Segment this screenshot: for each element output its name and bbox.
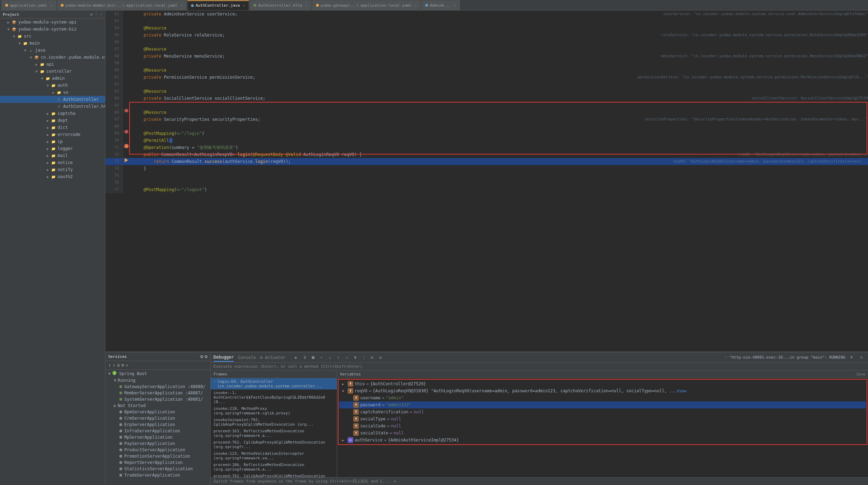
thread-dropdown[interactable]: ▼ <box>848 354 855 361</box>
thread-settings[interactable]: ⚙ <box>857 354 865 361</box>
sidebar-item-notify[interactable]: ▶ 📁 notify <box>0 166 105 173</box>
close-icon-6[interactable]: ✕ <box>454 4 456 7</box>
var-social-type[interactable]: f socialType = null <box>339 415 866 422</box>
frame-item-5[interactable]: proceed:762, CglibAopProxy$CglibMethodIn… <box>211 439 337 450</box>
mp-app[interactable]: MpServerApplication <box>105 434 210 440</box>
tab-auth-controller-http[interactable]: AuthController.http ✕ <box>250 0 311 10</box>
sidebar-item-auth-controller[interactable]: C AuthController <box>0 96 105 103</box>
sidebar-item-auth[interactable]: ▼ 📁 auth <box>0 82 105 89</box>
layout-icon[interactable]: ⋮ <box>94 12 98 17</box>
add-icon[interactable]: + <box>126 362 129 368</box>
sidebar-item-vo[interactable]: ▶ 📁 vo <box>0 89 105 96</box>
sidebar-item-mail[interactable]: ▶ 📁 mail <box>0 152 105 159</box>
pause-btn[interactable]: ⏸ <box>301 354 309 361</box>
sidebar-item-captcha[interactable]: ▶ 📁 captcha <box>0 110 105 117</box>
pay-app[interactable]: PayServerApplication <box>105 440 210 447</box>
view-link[interactable]: View <box>677 389 686 393</box>
var-social-code[interactable]: f socialCode = null <box>339 422 866 430</box>
settings-btn[interactable]: ⚙ <box>377 354 384 361</box>
var-captcha[interactable]: f captchaVerification = null <box>339 408 866 415</box>
var-password[interactable]: f password = "admin123" <box>339 401 866 408</box>
report-app[interactable]: ReportServerApplication <box>105 459 210 466</box>
var-this[interactable]: ▶ f this = {AuthController@27529} <box>339 380 866 387</box>
sidebar-item-errorcode[interactable]: ▶ 📁 errorcode <box>0 131 105 138</box>
tab-auth-controller-java[interactable]: AuthController.java ✕ <box>187 0 249 10</box>
tab-console[interactable]: Console <box>238 354 256 361</box>
frame-item-4[interactable]: proceed:163, ReflectiveMethodInvocation … <box>211 428 337 439</box>
erp-app[interactable]: ErpServerApplication <box>105 421 210 428</box>
sidebar-item-module-system-api[interactable]: ▶ 📦 yudao-module-system-api <box>0 19 105 26</box>
trade-app[interactable]: TradeServerApplication <box>105 472 210 478</box>
status-close-btn[interactable]: ✕ <box>394 479 396 484</box>
sidebar-item-java[interactable]: ▼ ☕ java <box>0 47 105 54</box>
system-app[interactable]: SystemServerApplication :48081/ <box>105 396 210 402</box>
tab-admin-a[interactable]: AdminA... ✕ <box>421 0 460 10</box>
member-app[interactable]: MemberServerApplication :48087/ <box>105 390 210 396</box>
collapse-all-icon[interactable]: ⬇ <box>108 362 111 368</box>
more-btn[interactable]: ⋮ <box>360 354 368 361</box>
sidebar-item-api[interactable]: ▶ 📁 api <box>0 61 105 68</box>
sidebar-item-dict[interactable]: ▶ 📁 dict <box>0 124 105 131</box>
table-view-btn[interactable]: ⊞ <box>368 354 376 361</box>
crm-app[interactable]: CrmServerApplication <box>105 415 210 421</box>
close-icon-3[interactable]: ✕ <box>243 4 245 7</box>
var-username[interactable]: f username = "admin" <box>339 394 866 401</box>
sidebar-item-src[interactable]: ▼ 📁 src <box>0 33 105 40</box>
gateway-app[interactable]: GatewayServerApplication :48080/ <box>105 384 210 390</box>
frame-item-0[interactable]: ✓ login:69, AuthController (cn.iocoder.y… <box>211 378 337 389</box>
spring-boot-section[interactable]: ▼ S Spring Boot <box>105 370 210 377</box>
frame-item-7[interactable]: proceed:186, ReflectiveMethodInvocation … <box>211 461 337 473</box>
bpm-app[interactable]: BpmServerApplication <box>105 409 210 415</box>
step-out-btn[interactable]: ↑ <box>335 354 342 361</box>
settings-icon-2[interactable]: ⚙ <box>205 354 208 359</box>
var-social-state[interactable]: f socialState = null <box>339 430 866 437</box>
run-to-cursor-btn[interactable]: → <box>343 354 351 361</box>
statistics-app[interactable]: StatisticsServerApplication <box>105 466 210 472</box>
sidebar-item-notice[interactable]: ▶ 📁 notice <box>0 159 105 166</box>
var-auth-service[interactable]: ▶ ∞ authService = {AdminAuthServiceImpl@… <box>339 437 866 444</box>
sidebar-item-oauth2[interactable]: ▶ 📁 oauth2 <box>0 173 105 180</box>
close-icon-5[interactable]: ✕ <box>415 4 417 7</box>
frame-item-6[interactable]: invoke:123, MethodValidationInterceptor … <box>211 450 337 461</box>
collapse-icon[interactable]: − <box>100 12 102 17</box>
product-app[interactable]: ProductServerApplication <box>105 447 210 453</box>
sidebar-item-ip[interactable]: ▶ 📁 ip <box>0 138 105 145</box>
tab-actuator[interactable]: ⚙ Actuator <box>260 354 285 361</box>
sidebar-item-main[interactable]: ▼ 📁 main <box>0 40 105 47</box>
step-over-btn[interactable]: ↷ <box>318 354 326 361</box>
play-btn[interactable]: ▶ <box>292 354 300 361</box>
sidebar-item-auth-controller-http[interactable]: H AuthController.http <box>0 103 105 110</box>
evaluate-btn[interactable]: ▼ <box>351 354 359 361</box>
frame-item-3[interactable]: invokeJoinpoint:792, CglibAopProxy$Cglib… <box>211 417 337 428</box>
sidebar-item-module-system-biz[interactable]: ▼ 📦 yudao-module-system-biz <box>0 26 105 33</box>
sidebar-item-logger[interactable]: ▶ 📁 logger <box>0 145 105 152</box>
frame-item-2[interactable]: invoke:218, MethodProxy (org.springframe… <box>211 405 337 417</box>
evaluate-bar[interactable]: Evaluate expression (Enter), or call a m… <box>211 363 868 371</box>
tab-application-yaml[interactable]: application.yaml ✕ <box>1 0 56 10</box>
settings-icon[interactable]: ⚙ <box>200 354 203 359</box>
close-icon-4[interactable]: ✕ <box>305 4 308 7</box>
step-into-btn[interactable]: ↓ <box>326 354 334 361</box>
running-section[interactable]: ▼ Running <box>105 377 210 384</box>
sidebar-item-package[interactable]: ▼ 📦 cn.iocoder.yudao.module.system <box>0 54 105 61</box>
expand-all-icon[interactable]: ⬆ <box>112 362 115 368</box>
sidebar-item-admin[interactable]: ▼ 📁 admin <box>0 75 105 82</box>
stop-btn[interactable]: ⏹ <box>309 354 317 361</box>
sidebar-item-dept[interactable]: ▶ 📁 dept <box>0 117 105 124</box>
tab-debugger[interactable]: Debugger <box>213 353 234 362</box>
sidebar-item-controller[interactable]: ▼ 📁 controller <box>0 68 105 75</box>
status-dot-system <box>119 398 122 401</box>
promotion-app[interactable]: PromotionServerApplication <box>105 453 210 459</box>
not-started-section[interactable]: ▶ Not Started <box>105 402 210 409</box>
tab-gateway-application-local[interactable]: yudao-gateway\...\ application-local.yam… <box>312 0 421 10</box>
frame-item-1[interactable]: invoke:-1, AuthController$$FastClassBySp… <box>211 389 337 405</box>
close-icon-2[interactable]: ✕ <box>180 4 183 7</box>
var-reqvo[interactable]: ▼ f reqVO = {AuthLoginReqVO@31030} "Auth… <box>339 387 866 394</box>
cog-icon[interactable]: ⚙ <box>90 12 93 17</box>
filter-icon[interactable]: ▼ <box>121 362 124 368</box>
frame-item-8[interactable]: proceed:762, CglibAopProxy$CglibMethodIn… <box>211 473 337 477</box>
group-icon[interactable]: ⊞ <box>117 362 120 368</box>
tab-member-application-local[interactable]: yudao-module-member-biz\...\ application… <box>57 0 186 10</box>
close-icon[interactable]: ✕ <box>50 4 52 7</box>
infra-app[interactable]: InfraServerApplication <box>105 428 210 434</box>
